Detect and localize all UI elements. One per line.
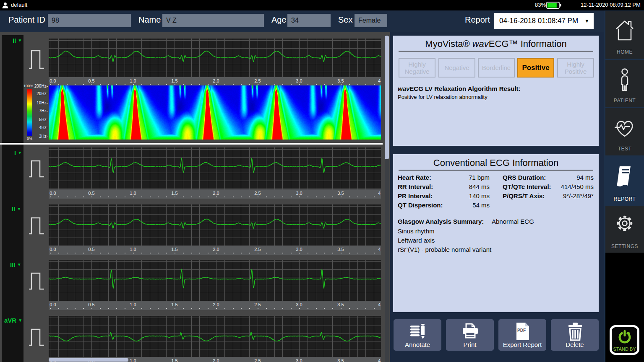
svg-text:PDF: PDF [517, 328, 526, 333]
